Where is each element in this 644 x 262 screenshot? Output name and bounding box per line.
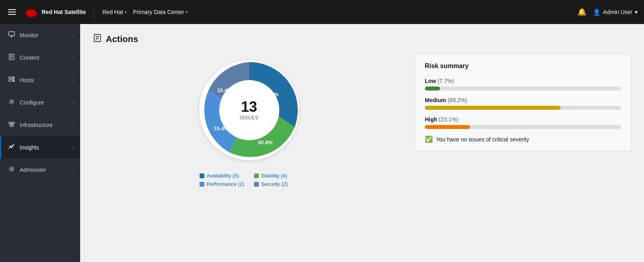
sidebar-item-monitor[interactable]: Monitor ›	[0, 24, 80, 46]
risk-row-medium: Medium (69.2%)	[425, 97, 621, 110]
segment-label-performance: 15.4%	[217, 87, 232, 93]
insights-chevron-icon: ›	[72, 145, 74, 150]
risk-no-critical-message: You have no issues of critical severity	[436, 136, 529, 143]
org-dropdown[interactable]: Red Hat ▾	[102, 9, 126, 15]
segment-label-availability: 38.5%	[264, 91, 279, 97]
svg-rect-2	[9, 32, 14, 36]
chart-legend: Availability (5) Stability (4) Performan…	[200, 173, 299, 187]
location-label: Primary Data Center	[133, 9, 184, 15]
risk-label-high: High (23.1%)	[425, 116, 621, 123]
segment-label-stability: 30.8%	[258, 139, 273, 145]
check-circle-icon: ✅	[425, 135, 433, 143]
content-icon	[8, 54, 16, 62]
sidebar-item-monitor-label: Monitor	[20, 32, 38, 38]
risk-row-high: High (23.1%)	[425, 116, 621, 129]
sidebar-item-configure[interactable]: Configure ›	[0, 91, 80, 114]
sidebar-item-infrastructure[interactable]: Infrastructure ›	[0, 114, 80, 136]
risk-pct-medium: (69.2%)	[448, 97, 467, 103]
legend-dot-availability	[200, 173, 204, 178]
risk-name-medium: Medium	[425, 97, 446, 103]
app-brand-label: Red Hat Satellite	[42, 9, 86, 15]
insights-icon	[8, 143, 16, 151]
administer-icon	[8, 166, 16, 174]
legend-dot-stability	[254, 173, 259, 178]
legend-link-stability[interactable]: Stability (4)	[261, 173, 287, 179]
svg-point-22	[12, 145, 13, 146]
configure-chevron-icon: ›	[72, 100, 74, 105]
page-title: Actions	[106, 34, 138, 44]
risk-pct-low: (7.7%)	[438, 78, 454, 84]
legend-item-stability: Stability (4)	[254, 173, 299, 179]
risk-pct-high: (23.1%)	[439, 116, 458, 123]
dashboard-grid: 38.5% 30.8% 15.4% 15.4% 13 ISSUES Availa…	[93, 54, 631, 187]
user-label: Admin User	[603, 9, 632, 15]
navbar: Red Hat Satellite Red Hat ▾ Primary Data…	[0, 0, 644, 24]
location-dropdown[interactable]: Primary Data Center ▾	[133, 9, 188, 15]
svg-point-11	[13, 77, 14, 78]
sidebar-item-administer-label: Administer	[20, 167, 46, 173]
risk-bar-fill-low	[425, 87, 440, 91]
legend-item-security: Security (2)	[254, 181, 299, 187]
hosts-icon	[8, 76, 16, 84]
legend-dot-security	[254, 182, 259, 187]
location-chevron-icon: ▾	[186, 10, 188, 14]
risk-row-low: Low (7.7%)	[425, 78, 621, 91]
sidebar-item-hosts[interactable]: Hosts ›	[0, 69, 80, 91]
org-chevron-icon: ▾	[125, 10, 127, 14]
page-title-icon	[93, 34, 102, 44]
redhat-logo-icon	[24, 5, 38, 19]
sidebar-item-content[interactable]: Content ›	[0, 46, 80, 69]
hamburger-button[interactable]	[6, 8, 18, 16]
sidebar-item-content-label: Content	[20, 54, 39, 61]
monitor-icon	[8, 31, 16, 39]
navbar-divider-1	[94, 6, 94, 18]
svg-point-12	[13, 80, 14, 81]
svg-point-1	[27, 9, 35, 15]
svg-point-23	[10, 168, 13, 170]
page-title-row: Actions	[93, 34, 631, 44]
svg-rect-14	[9, 122, 11, 124]
svg-point-20	[10, 146, 11, 147]
app-logo: Red Hat Satellite	[24, 5, 86, 19]
risk-bar-track-low	[425, 87, 621, 91]
configure-icon	[8, 99, 16, 107]
svg-rect-15	[12, 122, 14, 124]
sidebar: Monitor › Content › Hosts ›	[0, 24, 80, 262]
org-label: Red Hat	[102, 9, 123, 15]
sidebar-item-administer[interactable]: Administer ›	[0, 159, 80, 181]
risk-name-low: Low	[425, 78, 436, 84]
chart-section: 38.5% 30.8% 15.4% 15.4% 13 ISSUES Availa…	[93, 54, 405, 187]
legend-link-security[interactable]: Security (2)	[261, 181, 288, 187]
svg-point-21	[11, 147, 12, 148]
user-menu[interactable]: 👤 Admin User ▾	[593, 8, 638, 16]
risk-label-medium: Medium (69.2%)	[425, 97, 621, 103]
risk-bar-track-high	[425, 125, 621, 129]
sidebar-item-hosts-label: Hosts	[20, 77, 34, 83]
user-chevron-icon: ▾	[635, 9, 638, 15]
donut-chart: 38.5% 30.8% 15.4% 15.4% 13 ISSUES	[193, 54, 305, 166]
risk-bar-track-medium	[425, 106, 621, 110]
segment-label-security: 15.4%	[214, 125, 228, 131]
infrastructure-icon	[8, 121, 16, 129]
legend-link-performance[interactable]: Performance (2)	[207, 181, 244, 187]
svg-rect-16	[10, 125, 13, 127]
hosts-chevron-icon: ›	[72, 78, 74, 83]
risk-name-high: High	[425, 116, 437, 123]
notifications-bell-icon[interactable]: 🔔	[577, 8, 586, 16]
legend-link-availability[interactable]: Availability (5)	[207, 173, 239, 179]
administer-chevron-icon: ›	[72, 167, 74, 172]
content-chevron-icon: ›	[72, 55, 74, 60]
sidebar-item-insights-label: Insights	[20, 144, 39, 151]
risk-label-low: Low (7.7%)	[425, 78, 621, 84]
risk-bar-fill-medium	[425, 106, 561, 110]
risk-summary-card: Risk summary Low (7.7%) Medium (69.2%)	[415, 54, 631, 151]
legend-item-availability: Availability (5)	[200, 173, 244, 179]
sidebar-item-insights[interactable]: Insights ›	[0, 136, 80, 159]
risk-no-critical: ✅ You have no issues of critical severit…	[425, 135, 621, 143]
content-area: Actions	[80, 24, 644, 262]
svg-point-13	[11, 101, 13, 103]
sidebar-item-infrastructure-label: Infrastructure	[20, 122, 52, 128]
monitor-chevron-icon: ›	[72, 33, 74, 38]
risk-summary-title: Risk summary	[425, 62, 621, 70]
main-layout: Monitor › Content › Hosts ›	[0, 24, 644, 262]
